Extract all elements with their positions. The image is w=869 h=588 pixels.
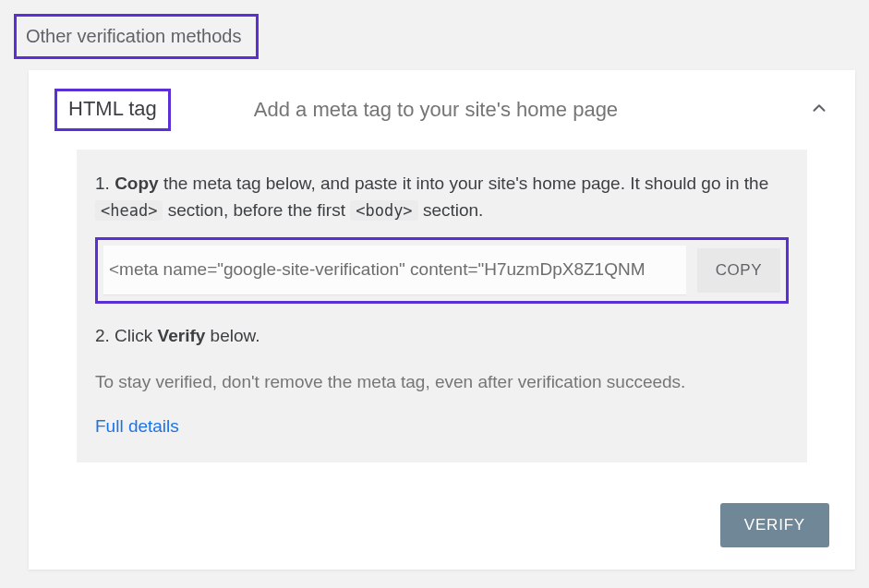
step-2-tail: below. xyxy=(205,326,259,345)
copy-row: COPY xyxy=(103,246,780,295)
step-1-bold: Copy xyxy=(115,174,159,193)
step-1-prefix: 1. xyxy=(95,174,115,193)
step-1-text: 1. Copy the meta tag below, and paste it… xyxy=(95,170,789,224)
full-details-link[interactable]: Full details xyxy=(95,416,179,437)
meta-tag-input[interactable] xyxy=(103,246,686,295)
code-head: <head> xyxy=(95,200,163,221)
instructions-panel: 1. Copy the meta tag below, and paste it… xyxy=(77,150,807,462)
step-1-tail: section. xyxy=(418,200,484,220)
step-1-mid: section, before the first xyxy=(163,200,350,220)
step-1-after-bold: the meta tag below, and paste it into yo… xyxy=(159,174,769,193)
step-2-bold: Verify xyxy=(158,326,206,345)
code-body: <body> xyxy=(350,200,417,221)
chevron-up-icon xyxy=(809,98,829,122)
verify-button[interactable]: VERIFY xyxy=(720,503,829,547)
method-name: HTML tag xyxy=(54,89,171,131)
step-2-text: 2. Click Verify below. xyxy=(95,322,789,349)
step-2-prefix: 2. Click xyxy=(95,326,158,345)
accordion-body: 1. Copy the meta tag below, and paste it… xyxy=(29,150,855,481)
copy-row-highlight: COPY xyxy=(95,237,789,304)
copy-button[interactable]: COPY xyxy=(697,248,780,293)
method-subtitle: Add a meta tag to your site's home page xyxy=(254,98,809,122)
persistence-note: To stay verified, don't remove the meta … xyxy=(95,369,789,396)
accordion-header[interactable]: HTML tag Add a meta tag to your site's h… xyxy=(29,70,855,150)
section-heading: Other verification methods xyxy=(14,14,259,59)
verification-method-card: HTML tag Add a meta tag to your site's h… xyxy=(29,70,855,570)
action-row: VERIFY xyxy=(29,481,855,570)
